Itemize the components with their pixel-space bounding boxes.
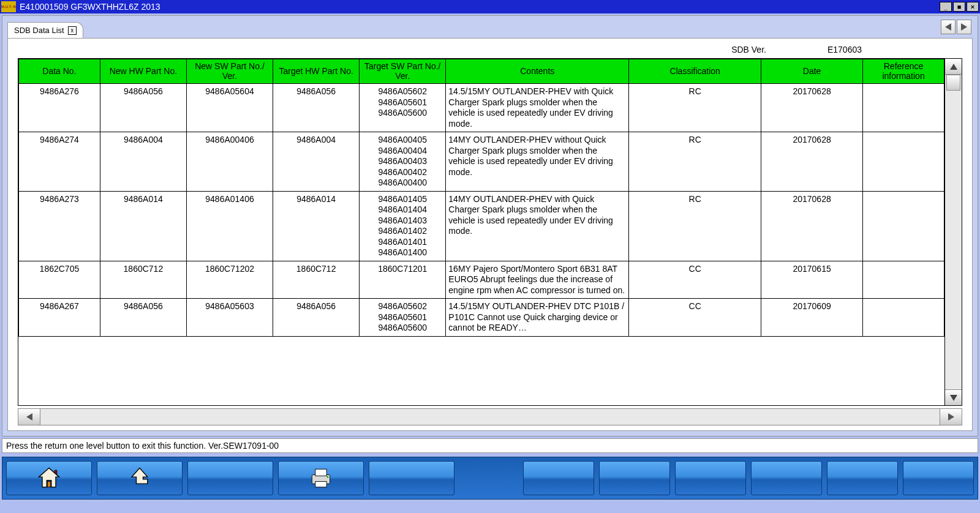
table-cell: RC (629, 84, 761, 132)
table-cell: 1860C71201 (360, 261, 446, 299)
scroll-right-button[interactable] (940, 409, 962, 425)
table-cell: CC (629, 299, 761, 337)
minimize-button[interactable]: _ (940, 2, 952, 12)
col-header[interactable]: Date (761, 59, 863, 84)
scroll-track[interactable] (945, 75, 962, 389)
table-cell: 1860C712 (273, 261, 360, 299)
table-cell: 9486A267 (19, 299, 100, 337)
table-cell: 9486A274 (19, 132, 100, 192)
app-icon: M.U.T. III (1, 1, 16, 12)
table-cell: 20170628 (761, 84, 863, 132)
col-header[interactable]: Target HW Part No. (273, 59, 360, 84)
return-button[interactable] (97, 461, 183, 495)
table-cell: 9486A014059486A014049486A014039486A01402… (360, 191, 446, 261)
tab-strip: SDB Data List x (2, 16, 978, 38)
col-header[interactable]: Target SW Part No./ Ver. (360, 59, 446, 84)
home-icon (36, 465, 62, 492)
table-cell: RC (629, 132, 761, 192)
status-text: Press the return one level button to exi… (6, 441, 279, 451)
table-cell: 9486A05603 (186, 299, 273, 337)
table-cell: 9486A014 (100, 191, 186, 261)
table-cell: 9486A056 (273, 84, 360, 132)
table-cell: 14.5/15MY OUTLANDER-PHEV with Quick Char… (446, 84, 629, 132)
table-cell: 9486A004 (100, 132, 186, 192)
table-cell: 9486A01406 (186, 191, 273, 261)
scroll-down-button[interactable] (945, 389, 962, 405)
table-cell: 9486A276 (19, 84, 100, 132)
table-cell: 9486A05604 (186, 84, 273, 132)
table-cell: 9486A273 (19, 191, 100, 261)
sdb-version-value: E170603 (827, 45, 862, 54)
toolbar-button-6[interactable] (523, 461, 594, 495)
svg-rect-1 (47, 482, 51, 487)
table-cell: CC (629, 261, 761, 299)
table-cell: 20170628 (761, 132, 863, 192)
table-row[interactable]: 1862C7051860C7121860C712021860C7121860C7… (19, 261, 944, 299)
col-header[interactable]: New HW Part No. (100, 59, 186, 84)
svg-rect-5 (315, 469, 326, 476)
window-title: E410001509 GF3WXTHHZL6Z 2013 (20, 2, 940, 12)
table-cell (863, 191, 944, 261)
tab-prev-button[interactable] (941, 20, 956, 34)
status-bar: Press the return one level button to exi… (2, 438, 978, 453)
table-cell: 14MY OUTLANDER-PHEV with Quick Charger S… (446, 191, 629, 261)
table-row[interactable]: 9486A2679486A0569486A056039486A0569486A0… (19, 299, 944, 337)
toolbar-button-10[interactable] (827, 461, 898, 495)
table-cell: 1860C712 (100, 261, 186, 299)
table-row[interactable]: 9486A2749486A0049486A004069486A0049486A0… (19, 132, 944, 192)
vertical-scrollbar[interactable] (945, 58, 962, 406)
title-bar: M.U.T. III E410001509 GF3WXTHHZL6Z 2013 … (0, 0, 980, 13)
table-cell: 16MY Pajero Sport/Montero Sport 6B31 8AT… (446, 261, 629, 299)
horizontal-scrollbar[interactable] (18, 408, 962, 425)
svg-marker-3 (132, 468, 148, 484)
toolbar-button-3[interactable] (187, 461, 273, 495)
table-cell: 9486A056 (273, 299, 360, 337)
scroll-left-button[interactable] (18, 409, 40, 425)
col-header[interactable]: Contents (446, 59, 629, 84)
main-panel: SDB Data List x SDB Ver. E170603 (2, 15, 978, 436)
table-cell: 9486A004059486A004049486A004039486A00402… (360, 132, 446, 192)
up-arrow-icon (126, 465, 153, 492)
sdb-version-label: SDB Ver. (731, 45, 766, 54)
printer-icon (307, 465, 334, 492)
data-table: Data No. New HW Part No. New SW Part No.… (18, 59, 944, 337)
home-button[interactable] (6, 461, 92, 495)
svg-point-7 (327, 476, 329, 478)
toolbar-button-7[interactable] (599, 461, 670, 495)
toolbar-button-5[interactable] (369, 461, 454, 495)
table-header-row: Data No. New HW Part No. New SW Part No.… (19, 59, 944, 84)
data-table-wrap: Data No. New HW Part No. New SW Part No.… (18, 58, 945, 406)
table-cell: 14.5/15MY OUTLANDER-PHEV DTC P101B / P10… (446, 299, 629, 337)
content-panel: SDB Ver. E170603 Data No. New HW Part No… (7, 38, 973, 431)
col-header[interactable]: Reference information (863, 59, 944, 84)
tab-sdb-data-list[interactable]: SDB Data List x (7, 22, 83, 38)
col-header[interactable]: Classification (629, 59, 761, 84)
table-cell (863, 261, 944, 299)
scroll-track-h[interactable] (40, 409, 940, 425)
table-cell: 20170628 (761, 191, 863, 261)
table-row[interactable]: 9486A2769486A0569486A056049486A0569486A0… (19, 84, 944, 132)
tab-next-button[interactable] (957, 20, 971, 34)
table-cell: 9486A056029486A056019486A05600 (360, 84, 446, 132)
scroll-up-button[interactable] (945, 59, 962, 75)
table-cell: 20170615 (761, 261, 863, 299)
col-header[interactable]: New SW Part No./ Ver. (186, 59, 273, 84)
tab-close-button[interactable]: x (68, 26, 77, 35)
toolbar-button-9[interactable] (751, 461, 822, 495)
toolbar-button-8[interactable] (675, 461, 746, 495)
table-cell: 9486A056 (100, 299, 186, 337)
scroll-thumb[interactable] (946, 75, 960, 91)
print-button[interactable] (278, 461, 364, 495)
toolbar-button-11[interactable] (903, 461, 974, 495)
svg-rect-6 (315, 482, 326, 487)
table-cell (863, 299, 944, 337)
col-header[interactable]: Data No. (19, 59, 100, 84)
table-cell: 14MY OUTLANDER-PHEV without Quick Charge… (446, 132, 629, 192)
table-cell: 9486A056029486A056019486A05600 (360, 299, 446, 337)
table-cell: 9486A004 (273, 132, 360, 192)
table-cell: 1860C71202 (186, 261, 273, 299)
close-button[interactable]: × (967, 2, 979, 12)
table-row[interactable]: 9486A2739486A0149486A014069486A0149486A0… (19, 191, 944, 261)
table-cell: 9486A00406 (186, 132, 273, 192)
maximize-button[interactable]: ■ (953, 2, 965, 12)
